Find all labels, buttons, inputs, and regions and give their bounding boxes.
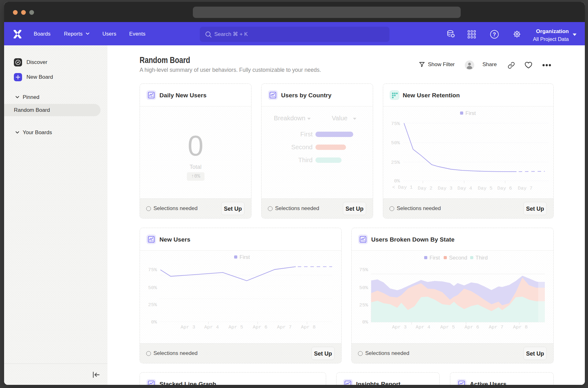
svg-text:First: First	[429, 255, 440, 261]
svg-text:25%: 25%	[391, 160, 400, 165]
svg-text:Day 3: Day 3	[438, 185, 453, 191]
svg-text:Day 7: Day 7	[518, 185, 533, 191]
svg-text:25%: 25%	[148, 302, 157, 308]
svg-text:Day 6: Day 6	[497, 185, 512, 191]
svg-text:75%: 75%	[391, 121, 400, 127]
svg-text:50%: 50%	[359, 285, 368, 291]
svg-text:< Day 1: < Day 1	[392, 185, 412, 190]
svg-text:?: ?	[493, 32, 496, 37]
svg-text:75%: 75%	[359, 267, 368, 273]
svg-text:25%: 25%	[359, 302, 368, 308]
svg-text:0%: 0%	[151, 319, 157, 325]
svg-text:Third: Third	[476, 255, 488, 261]
svg-text:Day 5: Day 5	[478, 185, 493, 191]
svg-text:First: First	[465, 110, 476, 116]
svg-text:75%: 75%	[148, 267, 157, 273]
svg-text:50%: 50%	[148, 285, 157, 291]
svg-text:50%: 50%	[391, 140, 400, 146]
svg-text:Day 2: Day 2	[418, 185, 433, 191]
svg-text:0%: 0%	[362, 319, 368, 325]
svg-text:Second: Second	[449, 255, 467, 261]
svg-text:First: First	[239, 254, 250, 260]
svg-text:0%: 0%	[394, 178, 400, 184]
svg-text:Day 4: Day 4	[458, 185, 472, 191]
